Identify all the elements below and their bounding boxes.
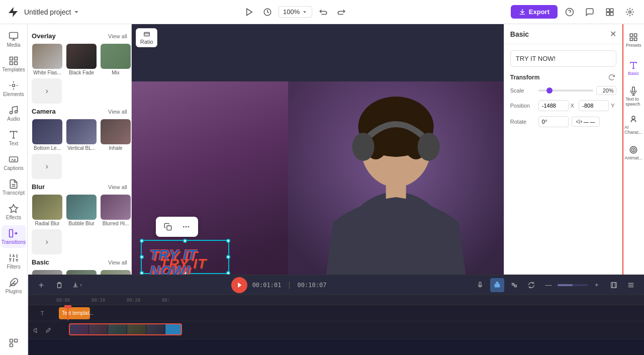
share-button[interactable] [602,4,618,20]
effect-bottom-left[interactable]: Bottom Le... [32,119,63,151]
undo-button[interactable] [316,5,330,19]
track-row-text: T Text templat... [28,305,644,321]
sidebar-item-plugins[interactable]: Plugins [2,275,26,297]
sidebar-item-filters[interactable]: Filters [2,250,26,273]
position-y-group: Y [579,100,616,111]
presets-button[interactable]: Presets [624,27,642,53]
sidebar-item-text[interactable]: Text [2,127,26,149]
scale-row: Scale [510,86,616,95]
help-button[interactable] [562,4,578,20]
timeline-download-button[interactable] [70,278,84,292]
text-track-icon[interactable]: T [41,310,44,316]
camera-title: Camera [32,108,56,115]
play-pause-button[interactable] [242,5,256,19]
position-x-input[interactable] [538,100,569,111]
transform-reset-button[interactable] [607,73,616,82]
sidebar-item-effects[interactable]: Effects [2,201,26,223]
svg-point-14 [10,112,13,114]
redo-button[interactable] [334,5,348,19]
timeline-zoom-slider[interactable] [558,284,588,286]
svg-rect-65 [611,282,617,288]
effect-vertical-bl[interactable]: Vertical BL... [66,119,97,151]
effect-black-fade[interactable]: Black Fade [66,44,97,75]
text-track-content: Text templat... [56,306,644,320]
project-name-dropdown[interactable]: Untitled project [24,8,80,16]
track-row-video [28,321,644,339]
effect-white-flash[interactable]: White Flas... [32,44,63,75]
scale-value-input[interactable] [596,86,616,95]
split-button[interactable] [624,278,638,292]
position-row: Position X Y [510,100,616,111]
sidebar-item-elements[interactable]: Elements [2,77,26,100]
basic-tab-button[interactable]: Basic [624,55,642,81]
svg-rect-33 [10,344,13,347]
sidebar-item-captions[interactable]: Captions [2,151,26,174]
voice-button[interactable] [490,278,504,292]
playhead[interactable] [67,306,68,320]
comments-button[interactable] [582,4,598,20]
timeline-add-button[interactable] [34,278,48,292]
settings-button[interactable] [622,4,638,20]
effect-radial-blur[interactable]: Radial Blur [32,195,63,226]
ai-character-button[interactable]: AI Charac... [624,112,642,138]
video-frame-5 [146,324,165,334]
timeline-play-button[interactable] [231,277,247,293]
effect-blurred[interactable]: Blurred Hi... [100,195,131,226]
text-element-border: TRY IT NOW! TRY IT NOW! [141,240,229,274]
sidebar-item-templates[interactable]: Templates [2,53,26,75]
volume-button[interactable] [31,325,41,335]
copy-style-button[interactable] [161,220,175,234]
sidebar-item-brand[interactable] [2,335,26,351]
zoom-out-button[interactable]: — [541,278,556,292]
svg-rect-45 [167,226,171,230]
zoom-in-button[interactable]: + [590,278,604,292]
right-panel-close-button[interactable]: ✕ [610,29,616,39]
position-y-input[interactable] [579,100,609,111]
top-bar: Untitled project 100% Export [0,0,644,24]
sidebar-item-transitions[interactable]: Transitions [2,225,26,248]
fit-button[interactable] [607,278,621,292]
export-button[interactable]: Export [511,5,558,19]
text-to-speech-button[interactable]: Text to speech [624,83,642,110]
sidebar-item-audio[interactable]: Audio [2,102,26,125]
camera-view-all[interactable]: View all [108,109,127,115]
blur-title: Blur [32,183,45,191]
effect-mix[interactable]: Mix [100,44,131,75]
effect-inhale[interactable]: Inhale [100,119,131,151]
zoom-control[interactable]: 100% [279,6,312,18]
text-track-clip[interactable]: Text templat... [59,307,90,319]
text-input-field[interactable] [510,50,616,67]
animate-button[interactable]: Animat... [624,140,642,166]
blur-more[interactable]: › [32,229,62,254]
blur-view-all[interactable]: View all [108,184,127,190]
handle-left-mid[interactable] [140,255,144,259]
svg-rect-4 [610,9,613,12]
handle-top-left[interactable] [140,239,144,243]
camera-more[interactable]: › [32,154,62,179]
camera-grid: Bottom Le... Vertical BL... Inhale › [32,119,127,179]
sidebar-item-transcript[interactable]: Transcript [2,176,26,199]
sidebar-item-media[interactable]: Media [2,28,26,51]
timer-button[interactable] [260,5,274,19]
video-track-clip[interactable] [69,323,182,335]
overlay-more[interactable]: › [32,78,62,104]
text-element-container[interactable]: TRY IT NOW! TRY IT NOW! [141,240,229,274]
handle-top-right[interactable] [226,239,230,243]
merge-button[interactable] [507,278,521,292]
timeline-delete-button[interactable] [52,278,66,292]
scale-label: Scale [510,87,535,94]
rotate-input[interactable] [538,116,569,127]
basic-view-all[interactable]: View all [108,259,127,265]
more-options-button[interactable] [179,220,193,234]
scale-slider[interactable] [538,90,593,92]
handle-right-mid[interactable] [226,255,230,259]
microphone-button[interactable] [473,278,487,292]
effect-bubble-blur[interactable]: Bubble Blur [66,195,97,226]
flip-button[interactable]: — — [572,117,600,127]
loop-button[interactable] [524,278,538,292]
handle-top-mid[interactable] [183,239,187,243]
overlay-view-all[interactable]: View all [108,33,127,39]
ratio-button[interactable]: Ratio [136,28,158,47]
edit-track-button[interactable] [43,325,53,335]
svg-point-15 [15,111,18,113]
